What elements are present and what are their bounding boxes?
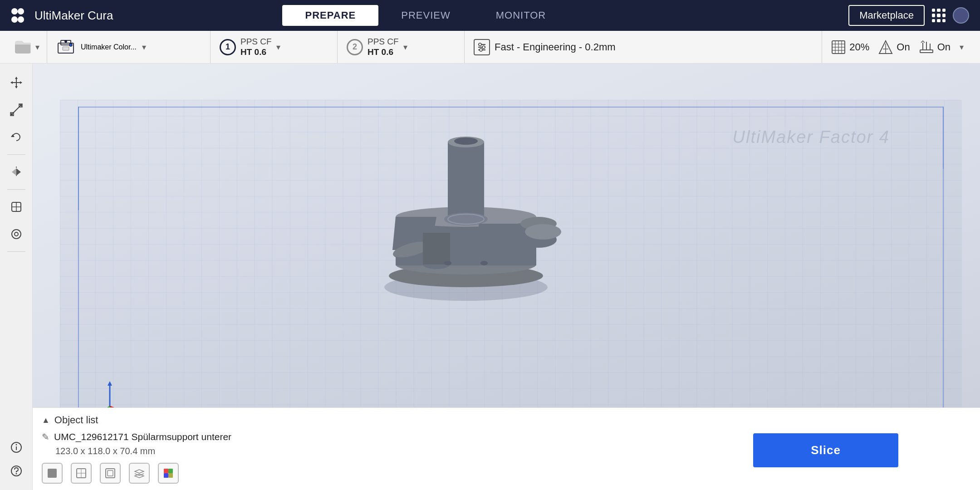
- svg-rect-61: [168, 473, 173, 478]
- model-pipe-hole: [454, 137, 478, 145]
- support-icon: [878, 40, 893, 54]
- colorscheme-view-icon: [163, 468, 174, 479]
- slice-button-container: Slice: [753, 433, 898, 467]
- file-open-section: ▾: [7, 31, 47, 63]
- profile-icon: [474, 39, 490, 55]
- sliders-icon: [476, 42, 487, 53]
- svg-rect-52: [48, 469, 57, 478]
- colorscheme-view-button[interactable]: [158, 463, 179, 484]
- svg-marker-40: [16, 168, 21, 176]
- infill-value: 20%: [849, 41, 869, 53]
- extruder2-section: 2 PPS CF HT 0.6 ▾: [338, 31, 465, 63]
- obj-edit-icon: ✎: [42, 431, 49, 442]
- left-sidebar: [0, 64, 33, 490]
- model-svg: [366, 110, 566, 310]
- adhesion-control: On: [919, 40, 951, 54]
- tab-prepare[interactable]: PREPARE: [282, 5, 378, 26]
- scale-tool-button[interactable]: [5, 98, 28, 122]
- object-list-label: Object list: [54, 414, 98, 426]
- svg-point-8: [69, 44, 72, 46]
- wireframe-view-icon: [76, 468, 87, 479]
- extruder1-chevron-icon[interactable]: ▾: [276, 42, 280, 52]
- print-controls-chevron-icon[interactable]: ▾: [960, 42, 964, 52]
- sidebar-divider-3: [7, 251, 25, 252]
- support-control: On: [878, 40, 910, 54]
- svg-point-50: [15, 473, 17, 475]
- printer-chevron-icon[interactable]: ▾: [142, 42, 146, 52]
- xray-view-button[interactable]: [100, 463, 121, 484]
- build-plate: UltiMaker Factor 4: [60, 100, 962, 445]
- build-vol-corner-tl: [78, 107, 79, 210]
- mirror-tool-button[interactable]: [5, 160, 28, 184]
- xray-view-icon: [105, 468, 116, 479]
- app-logo: UltiMaker Cura: [11, 7, 138, 24]
- adhesion-value: On: [937, 41, 951, 53]
- extruder1-info: PPS CF HT 0.6: [240, 37, 272, 57]
- svg-marker-39: [12, 168, 16, 176]
- svg-point-6: [64, 40, 67, 43]
- user-avatar[interactable]: [953, 7, 969, 24]
- marketplace-button[interactable]: Marketplace: [848, 5, 925, 26]
- per-model-settings-button[interactable]: [5, 222, 28, 246]
- 3d-model-container: [366, 110, 566, 310]
- svg-rect-57: [108, 470, 113, 476]
- profile-name: Fast - Engineering - 0.2mm: [495, 41, 616, 53]
- sidebar-divider-2: [7, 189, 25, 190]
- extruder1-ht: HT 0.6: [240, 47, 272, 57]
- extruder2-chevron-icon[interactable]: ▾: [403, 42, 407, 52]
- tab-monitor[interactable]: MONITOR: [473, 5, 568, 26]
- svg-rect-58: [164, 469, 168, 473]
- move-icon: [10, 76, 23, 89]
- rotate-tool-button[interactable]: [5, 125, 28, 149]
- adhesion-icon: [919, 40, 934, 54]
- open-file-button[interactable]: [15, 40, 31, 54]
- scale-icon: [10, 103, 23, 116]
- model-nozzle-body: [423, 233, 450, 265]
- svg-marker-29: [15, 86, 18, 88]
- extruder1-badge: 1: [220, 39, 236, 55]
- svg-point-14: [480, 49, 482, 51]
- move-tool-button[interactable]: [5, 71, 28, 94]
- print-profile-section: Fast - Engineering - 0.2mm: [465, 31, 822, 63]
- svg-line-32: [11, 104, 22, 115]
- printer-icon: [56, 38, 75, 57]
- infill-control: 20%: [831, 40, 869, 54]
- printer-selector: Ultimaker Color... ▾: [47, 31, 211, 63]
- nav-tabs: PREPARE PREVIEW MONITOR: [282, 5, 568, 26]
- svg-point-1: [18, 8, 24, 15]
- 3d-viewport[interactable]: UltiMaker Factor 4 ▲ O: [33, 64, 980, 490]
- svg-rect-59: [168, 469, 173, 473]
- slice-button[interactable]: Slice: [753, 433, 898, 467]
- svg-point-0: [11, 8, 18, 15]
- settings-button-bottom[interactable]: [5, 436, 28, 459]
- object-name: UMC_129612171 Spülarmsupport unterer: [54, 431, 231, 442]
- support-tool-button[interactable]: [5, 195, 28, 219]
- solid-view-button[interactable]: [42, 463, 63, 484]
- nav-right-controls: Marketplace: [848, 5, 969, 26]
- svg-point-48: [15, 444, 17, 446]
- info-icon: [10, 441, 23, 454]
- model-bolt-2: [480, 261, 488, 265]
- svg-rect-60: [164, 473, 168, 478]
- extruder2-info: PPS CF HT 0.6: [368, 37, 399, 57]
- wireframe-view-button[interactable]: [71, 463, 92, 484]
- help-button[interactable]: [5, 459, 28, 483]
- extruder2-ht: HT 0.6: [368, 47, 399, 57]
- model-pipe-flange: [444, 213, 488, 225]
- apps-grid-icon[interactable]: [932, 9, 946, 22]
- solid-view-icon: [47, 468, 58, 479]
- model-bolt-1: [444, 261, 451, 265]
- tab-preview[interactable]: PREVIEW: [378, 5, 473, 26]
- mirror-icon: [10, 166, 23, 178]
- layers-view-button[interactable]: [129, 463, 150, 484]
- model-pipe-body: [448, 142, 484, 219]
- folder-chevron-icon[interactable]: ▾: [35, 42, 39, 52]
- svg-point-3: [18, 16, 24, 23]
- sidebar-divider-1: [7, 154, 25, 155]
- object-list-header: ▲ Object list: [42, 414, 971, 426]
- extruder2-badge: 2: [347, 39, 363, 55]
- extruder1-section: 1 PPS CF HT 0.6 ▾: [211, 31, 338, 63]
- svg-marker-31: [20, 81, 22, 84]
- model-arm-right-end-cap: [525, 224, 561, 240]
- app-title: UltiMaker Cura: [34, 9, 113, 23]
